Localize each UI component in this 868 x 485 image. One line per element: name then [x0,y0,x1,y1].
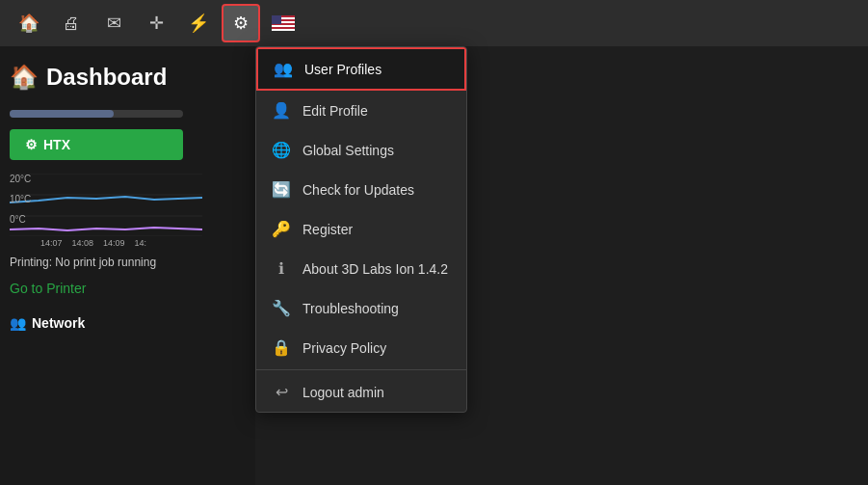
global-settings-label: Global Settings [302,143,394,158]
chart-svg [10,174,202,236]
about-icon: ℹ [272,259,291,278]
register-icon: 🔑 [272,220,291,238]
progress-bar-fill [10,110,114,118]
svg-rect-3 [272,25,295,27]
progress-bar-container [10,110,183,118]
settings-dropdown: 👥User Profiles👤Edit Profile🌐Global Setti… [255,46,467,413]
htx-button[interactable]: ⚙ HTX [10,129,183,160]
dropdown-overlay: 👥User Profiles👤Edit Profile🌐Global Setti… [255,46,467,413]
edit-profile-icon: 👤 [272,101,291,120]
check-updates-label: Check for Updates [302,182,414,198]
main-content: 🏠 Dashboard ⚙ HTX 20°C 10°C 0°C [0,46,868,485]
page-title: 🏠 Dashboard [10,56,246,98]
global-settings-icon: 🌐 [272,141,291,159]
dropdown-divider [256,369,466,370]
dropdown-item-global-settings[interactable]: 🌐Global Settings [256,130,466,170]
dropdown-item-user-profiles[interactable]: 👥User Profiles [256,47,466,91]
dropdown-item-edit-profile[interactable]: 👤Edit Profile [256,91,466,130]
privacy-icon: 🔒 [272,338,291,357]
flag-icon [272,15,295,31]
about-label: About 3D Labs Ion 1.4.2 [302,261,448,277]
nav-flag-button[interactable] [264,4,302,42]
nav-tools-button[interactable]: ✛ [137,4,175,42]
privacy-label: Privacy Policy [302,340,386,356]
user-profiles-icon: 👥 [274,60,293,78]
dropdown-item-check-updates[interactable]: 🔄Check for Updates [256,170,466,209]
home-icon: 🏠 [10,64,39,91]
temperature-chart: 20°C 10°C 0°C [10,174,246,248]
nav-home-button[interactable]: 🏠 [10,4,48,42]
htx-icon: ⚙ [25,137,38,152]
nav-print-button[interactable]: 🖨 [52,4,91,42]
logout-label: Logout admin [302,385,384,400]
chart-y-labels: 20°C 10°C 0°C [10,174,31,225]
dropdown-item-logout[interactable]: ↩Logout admin [256,372,466,412]
print-status: Printing: No print job running [10,256,246,269]
check-updates-icon: 🔄 [272,180,291,199]
svg-rect-6 [10,174,202,236]
nav-settings-button[interactable]: ⚙ [222,4,260,42]
top-nav: 🏠 🖨 ✉ ✛ ⚡ ⚙ [0,0,868,46]
go-to-printer-link[interactable]: Go to Printer [10,277,246,300]
user-profiles-label: User Profiles [304,62,381,77]
register-label: Register [302,222,353,237]
chart-x-labels: 14:07 14:08 14:09 14: [40,238,246,248]
left-panel: 🏠 Dashboard ⚙ HTX 20°C 10°C 0°C [0,46,255,485]
dropdown-item-register[interactable]: 🔑Register [256,209,466,249]
lightning-icon: ⚡ [188,13,209,34]
network-section: 👥 Network [10,308,246,338]
troubleshooting-icon: 🔧 [272,299,291,317]
logout-icon: ↩ [272,383,291,401]
nav-lightning-button[interactable]: ⚡ [179,4,218,42]
dropdown-item-about[interactable]: ℹAbout 3D Labs Ion 1.4.2 [256,249,466,288]
troubleshooting-label: Troubleshooting [302,301,399,316]
nav-mail-button[interactable]: ✉ [94,4,133,42]
svg-rect-4 [272,29,295,31]
dropdown-item-privacy[interactable]: 🔒Privacy Policy [256,328,466,367]
edit-profile-label: Edit Profile [302,103,368,119]
network-icon: 👥 [10,315,26,331]
svg-rect-5 [272,15,281,24]
dropdown-item-troubleshooting[interactable]: 🔧Troubleshooting [256,288,466,328]
